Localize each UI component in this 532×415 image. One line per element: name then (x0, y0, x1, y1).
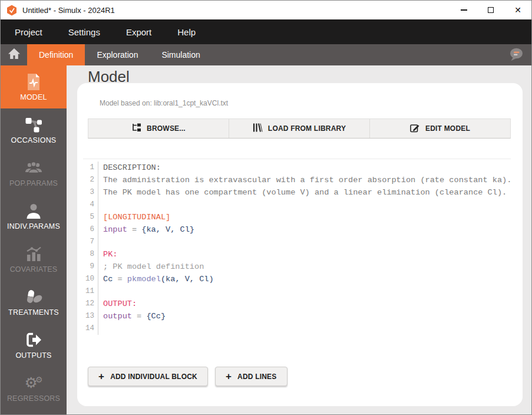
line-number: 11 (83, 285, 98, 298)
browse-button[interactable]: BROWSE... (88, 119, 229, 138)
line-number: 7 (83, 236, 98, 248)
load-from-library-button[interactable]: LOAD FROM LIBRARY (229, 119, 370, 138)
tab-simulation[interactable]: Simulation (150, 44, 212, 65)
sidebar-item-regressors[interactable]: ⚙⚙REGRESSORS (1, 367, 67, 410)
line-number: 4 (83, 199, 98, 211)
page-title: Model (88, 68, 130, 86)
menu-project[interactable]: Project (15, 27, 42, 37)
sidebar: MODELOCCASIONSPOP.PARAMSINDIV.PARAMSCOVA… (1, 65, 67, 414)
menu-bar: ProjectSettingsExportHelp (1, 19, 531, 44)
code-text: ; PK model definition (98, 261, 204, 273)
sidebar-item-indiv-params[interactable]: INDIV.PARAMS (1, 195, 67, 238)
covariates-icon (25, 245, 42, 263)
add-individual-block-button[interactable]: +ADD INDIVIDUAL BLOCK (88, 367, 208, 386)
sidebar-item-treatments[interactable]: TREATMENTS (1, 281, 67, 324)
code-text: output = {Cc} (98, 310, 166, 322)
code-text: The administration is extravascular with… (98, 174, 511, 186)
window-title: Untitled* - Simulx - 2024R1 (22, 6, 115, 15)
app-icon (6, 5, 17, 16)
line-number: 9 (83, 261, 98, 273)
code-line[interactable]: 1DESCRIPTION: (83, 162, 511, 174)
treatments-icon (25, 288, 42, 306)
minimize-button[interactable] (450, 1, 477, 19)
code-line[interactable]: 7 (83, 236, 511, 248)
code-text: [LONGITUDINAL] (98, 211, 170, 223)
chat-bubble-icon[interactable] (508, 47, 524, 62)
model-based-on-text: Model based on: lib:oral1_1cpt_kaVCl.txt (77, 83, 523, 107)
code-text: The PK model has one compartment (volume… (98, 186, 507, 199)
sidebar-item-label: INDIV.PARAMS (7, 222, 60, 230)
close-button[interactable]: ✕ (504, 1, 531, 19)
code-line[interactable]: 6input = {ka, V, Cl} (83, 223, 511, 236)
code-line[interactable]: 5[LONGITUDINAL] (83, 211, 511, 223)
indiv-params-icon (26, 202, 41, 220)
edit-icon (410, 123, 420, 134)
tab-list: DefinitionExplorationSimulation (27, 44, 212, 65)
sidebar-item-outputs[interactable]: OUTPUTS (1, 324, 67, 367)
browse-icon (131, 123, 141, 134)
sidebar-item-label: REGRESSORS (7, 394, 60, 403)
code-text: Cc = pkmodel(ka, V, Cl) (98, 273, 214, 285)
model-toolbar: BROWSE...LOAD FROM LIBRARYEDIT MODEL (88, 118, 511, 139)
code-line[interactable]: 14 (83, 322, 511, 335)
model-card: Model based on: lib:oral1_1cpt_kaVCl.txt… (77, 83, 523, 406)
app-window: Untitled* - Simulx - 2024R1 ✕ ProjectSet… (0, 0, 532, 415)
edit-model-button[interactable]: EDIT MODEL (370, 119, 510, 138)
line-number: 1 (83, 162, 98, 174)
tab-bar: DefinitionExplorationSimulation (1, 44, 531, 65)
model-icon (26, 73, 41, 91)
code-line[interactable]: 2The administration is extravascular wit… (83, 174, 511, 186)
window-controls: ✕ (450, 1, 531, 19)
body: MODELOCCASIONSPOP.PARAMSINDIV.PARAMSCOVA… (1, 65, 531, 414)
tab-exploration[interactable]: Exploration (85, 44, 150, 65)
code-line[interactable]: 8PK: (83, 248, 511, 261)
plus-icon: + (226, 371, 232, 381)
add-lines-button[interactable]: +ADD LINES (215, 367, 288, 386)
code-text: DESCRIPTION: (98, 162, 161, 174)
sidebar-item-label: POP.PARAMS (9, 179, 58, 187)
line-number: 8 (83, 248, 98, 261)
sidebar-item-label: COVARIATES (10, 265, 58, 274)
menu-help[interactable]: Help (177, 27, 196, 37)
sidebar-item-model[interactable]: MODEL (1, 65, 67, 108)
action-button-label: ADD LINES (237, 373, 276, 381)
line-number: 3 (83, 186, 98, 199)
main-content: Model Model based on: lib:oral1_1cpt_kaV… (67, 65, 531, 414)
library-icon (253, 123, 263, 134)
code-text: OUTPUT: (98, 298, 137, 310)
home-tab[interactable] (1, 44, 27, 65)
code-line[interactable]: 3The PK model has one compartment (volum… (83, 186, 511, 199)
sidebar-item-occasions[interactable]: OCCASIONS (1, 108, 67, 151)
line-number: 6 (83, 223, 98, 236)
sidebar-item-pop-params[interactable]: POP.PARAMS (1, 151, 67, 195)
code-text: input = {ka, V, Cl} (98, 223, 194, 236)
line-number: 2 (83, 174, 98, 186)
toolbar-button-label: BROWSE... (147, 124, 186, 133)
maximize-button[interactable] (477, 1, 504, 19)
code-line[interactable]: 9; PK model definition (83, 261, 511, 273)
code-line[interactable]: 13output = {Cc} (83, 310, 511, 322)
regressors-icon: ⚙⚙ (25, 374, 43, 392)
code-text (98, 199, 103, 211)
code-line[interactable]: 12OUTPUT: (83, 298, 511, 310)
toolbar-button-label: LOAD FROM LIBRARY (268, 124, 346, 133)
tab-definition[interactable]: Definition (27, 44, 85, 65)
action-button-label: ADD INDIVIDUAL BLOCK (110, 373, 197, 381)
code-line[interactable]: 10Cc = pkmodel(ka, V, Cl) (83, 273, 511, 285)
code-line[interactable]: 11 (83, 285, 511, 298)
home-icon (8, 48, 21, 62)
line-number: 12 (83, 298, 98, 310)
menu-export[interactable]: Export (126, 27, 151, 37)
code-text (98, 285, 103, 298)
menu-settings[interactable]: Settings (68, 27, 100, 37)
code-line[interactable]: 4 (83, 199, 511, 211)
code-text (98, 322, 103, 335)
editor-actions: +ADD INDIVIDUAL BLOCK+ADD LINES (88, 367, 523, 386)
model-code-editor[interactable]: 1DESCRIPTION:2The administration is extr… (83, 159, 511, 335)
sidebar-item-covariates[interactable]: COVARIATES (1, 238, 67, 281)
outputs-icon (25, 331, 42, 349)
line-number: 13 (83, 310, 98, 322)
pop-params-icon (25, 159, 42, 177)
occasions-icon (25, 116, 42, 134)
plus-icon: + (98, 371, 104, 381)
